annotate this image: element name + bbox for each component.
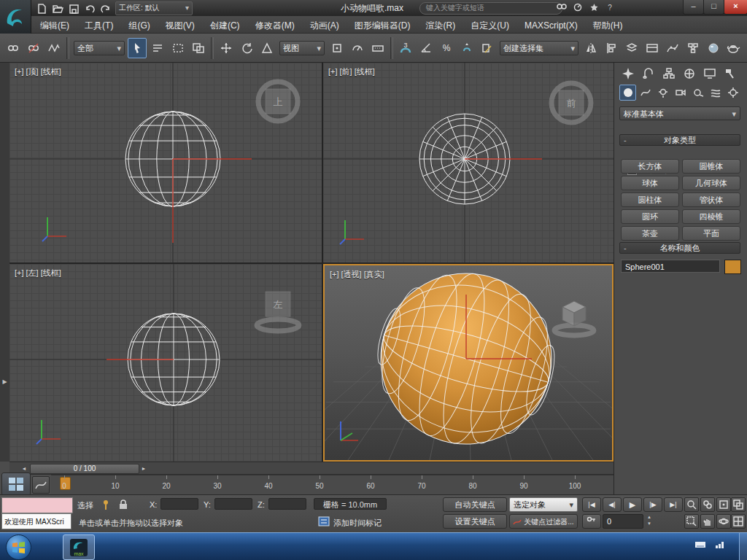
button-sphere[interactable]: 球体: [621, 176, 679, 190]
tab-utilities[interactable]: [721, 66, 740, 82]
subtab-shapes[interactable]: [637, 85, 654, 101]
tray-keyboard-icon[interactable]: [694, 540, 706, 551]
selection-lock-icon[interactable]: [117, 498, 130, 511]
menu-tools[interactable]: 工具(T): [78, 16, 120, 34]
use-pivot-center-icon[interactable]: [328, 38, 347, 58]
select-and-link-icon[interactable]: [4, 38, 23, 58]
mini-curve-editor-button[interactable]: [32, 476, 50, 494]
previous-frame-button[interactable]: ◀|: [603, 497, 622, 512]
selection-filter-dropdown[interactable]: 全部 ▾: [74, 41, 125, 55]
button-torus[interactable]: 圆环: [621, 209, 679, 224]
z-coordinate-field[interactable]: [268, 498, 306, 510]
search-input[interactable]: 键入关键字或短语: [419, 2, 562, 15]
menu-customize[interactable]: 自定义(U): [464, 16, 516, 34]
communication-center-icon[interactable]: [572, 3, 584, 13]
tray-network-icon[interactable]: [715, 540, 725, 551]
select-by-name-icon[interactable]: [148, 38, 167, 58]
tab-create[interactable]: [619, 66, 638, 82]
show-desktop-button[interactable]: [739, 533, 747, 560]
frame-spinner[interactable]: ▲ ▼: [645, 514, 654, 529]
workspace-dropdown[interactable]: 工作区: 默认 ▾: [115, 1, 193, 15]
button-box[interactable]: 长方体: [621, 159, 679, 174]
viewport-front[interactable]: 前 [+][前][线框]: [323, 63, 614, 262]
menu-help[interactable]: 帮助(H): [587, 16, 630, 34]
viewport-top[interactable]: 上 [+][顶][线框]: [9, 63, 322, 262]
reference-coordinate-dropdown[interactable]: 视图 ▾: [279, 41, 325, 55]
viewport-shading-label[interactable]: [线框]: [41, 268, 61, 277]
time-slider-handle[interactable]: 0 / 100: [30, 464, 139, 474]
button-tube[interactable]: 管状体: [682, 192, 740, 207]
button-geosphere[interactable]: 几何球体: [682, 176, 740, 190]
tab-hierarchy[interactable]: [659, 66, 678, 82]
maxscript-listener-output[interactable]: 欢迎使用 MAXScri: [1, 513, 71, 529]
zoom-icon[interactable]: [684, 497, 699, 512]
zoom-region-icon[interactable]: [684, 514, 699, 529]
mirror-icon[interactable]: [581, 38, 600, 58]
new-file-icon[interactable]: [35, 2, 48, 14]
key-filters-button[interactable]: 关键点过滤器...: [509, 514, 578, 529]
tab-motion[interactable]: [680, 66, 699, 82]
zoom-all-icon[interactable]: [700, 497, 715, 512]
maxscript-listener-input[interactable]: [1, 497, 73, 513]
snap-toggle-3d-icon[interactable]: 3: [396, 38, 415, 58]
menu-graph-editors[interactable]: 图形编辑器(D): [348, 16, 417, 34]
viewport-pov-label[interactable]: [透视]: [341, 270, 362, 279]
pan-hand-icon[interactable]: [700, 514, 715, 529]
key-mode-toggle[interactable]: [582, 514, 601, 529]
help-icon[interactable]: ?: [604, 3, 616, 13]
taskbar-3dsmax-button[interactable]: max: [63, 534, 95, 560]
viewport-left[interactable]: 左 [+][左][线框]: [9, 264, 322, 462]
menu-edit[interactable]: 编辑(E): [34, 16, 76, 34]
menu-rendering[interactable]: 渲染(R): [419, 16, 462, 34]
zoom-extents-all-icon[interactable]: [731, 497, 746, 512]
layer-manager-icon[interactable]: [622, 38, 641, 58]
named-selection-sets-dropdown[interactable]: 创建选择集 ▾: [500, 41, 578, 55]
layout-expand-arrow[interactable]: ▶: [1, 376, 9, 388]
button-teapot[interactable]: 茶壶: [621, 226, 679, 241]
select-and-scale-icon[interactable]: [258, 38, 276, 58]
button-pyramid[interactable]: 四棱锥: [682, 209, 740, 224]
object-color-swatch[interactable]: [724, 260, 741, 274]
select-and-manipulate-icon[interactable]: [348, 38, 367, 58]
ribbon-toggle-icon[interactable]: [643, 38, 662, 58]
menu-maxscript[interactable]: MAXScript(X): [518, 17, 584, 34]
close-button[interactable]: ×: [724, 0, 747, 15]
viewport-menu-plus[interactable]: [+]: [15, 268, 24, 277]
viewport-shading-label[interactable]: [线框]: [355, 67, 375, 76]
angle-snap-icon[interactable]: [417, 38, 436, 58]
subtab-lights[interactable]: [654, 85, 671, 101]
viewport-shading-label[interactable]: [真实]: [364, 270, 384, 279]
zoom-extents-icon[interactable]: [716, 497, 731, 512]
subtab-cameras[interactable]: [672, 85, 689, 101]
open-file-icon[interactable]: [51, 2, 64, 14]
button-cylinder[interactable]: 圆柱体: [621, 192, 679, 207]
viewport-perspective-active[interactable]: [+][透视][真实]: [323, 264, 614, 462]
time-back-arrow[interactable]: ◄: [20, 464, 28, 472]
rollout-name-color[interactable]: - 名称和颜色: [619, 242, 740, 254]
redo-icon[interactable]: [99, 2, 112, 14]
window-crossing-icon[interactable]: [189, 38, 208, 58]
menu-animation[interactable]: 动画(A): [303, 16, 346, 34]
tab-display[interactable]: [700, 66, 719, 82]
tab-modify[interactable]: [639, 66, 658, 82]
save-file-icon[interactable]: [67, 2, 80, 14]
subtab-helpers[interactable]: [689, 85, 706, 101]
set-key-button[interactable]: 设置关键点: [443, 514, 507, 529]
select-and-move-icon[interactable]: [217, 38, 236, 58]
button-plane[interactable]: 平面: [682, 226, 740, 241]
x-coordinate-field[interactable]: [160, 498, 198, 510]
favorites-star-icon[interactable]: [588, 3, 600, 13]
orbit-icon[interactable]: [716, 514, 731, 529]
menu-group[interactable]: 组(G): [122, 16, 156, 34]
menu-create[interactable]: 创建(C): [204, 16, 247, 34]
unlink-selection-icon[interactable]: [24, 38, 43, 58]
add-time-tag[interactable]: 添加时间标记: [333, 518, 382, 529]
edit-named-selection-sets-icon[interactable]: [478, 38, 497, 58]
object-name-input[interactable]: Sphere001: [621, 260, 720, 273]
button-cone[interactable]: 圆锥体: [682, 159, 740, 174]
subtab-spacewarps[interactable]: [707, 85, 724, 101]
subtab-systems[interactable]: [724, 85, 741, 101]
time-slider-track[interactable]: ◄ 0 / 100 ►: [9, 462, 614, 475]
material-editor-icon[interactable]: [704, 38, 723, 58]
search-go-icon[interactable]: [556, 3, 568, 13]
